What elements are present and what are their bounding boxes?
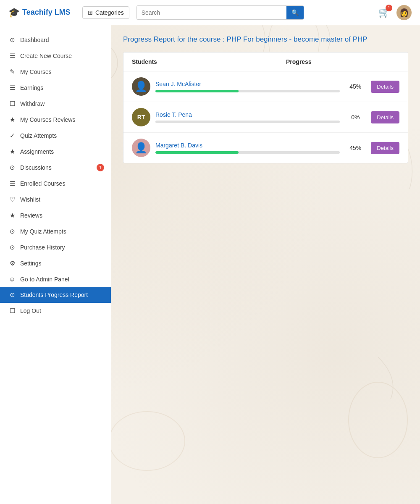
- logo-text: Teachify LMS: [22, 8, 71, 17]
- purchase-history-icon: ⊙: [8, 244, 16, 251]
- sidebar-label-students-progress-report: Students Progress Report: [20, 291, 88, 298]
- avatar[interactable]: 👩: [396, 5, 412, 20]
- sidebar-label-log-out: Log Out: [20, 307, 41, 314]
- sidebar-item-my-quiz-attempts[interactable]: ⊙ My Quiz Attempts: [0, 223, 111, 239]
- search-input[interactable]: [136, 6, 286, 19]
- sidebar-label-go-to-admin-panel: Go to Admin Panel: [20, 276, 69, 283]
- sidebar-label-my-quiz-attempts: My Quiz Attempts: [20, 228, 66, 235]
- table-row: 👤 Sean J. McAlister 45% Details: [123, 71, 408, 102]
- go-to-admin-panel-icon: ☺: [8, 276, 16, 283]
- main-layout: ⊙ Dashboard ☰ Create New Course ✎ My Cou…: [0, 25, 420, 504]
- settings-icon: ⚙: [8, 260, 16, 267]
- sidebar-item-dashboard[interactable]: ⊙ Dashboard: [0, 32, 111, 48]
- student-avatar: RT: [132, 108, 150, 126]
- student-avatar: 👤: [132, 77, 150, 96]
- col-progress-header: Progress: [286, 58, 362, 65]
- assignments-icon: ★: [8, 148, 16, 155]
- sidebar-item-quiz-attempts[interactable]: ✓ Quiz Attempts: [0, 128, 111, 144]
- student-info: Margaret B. Davis: [155, 142, 340, 154]
- sidebar-label-settings: Settings: [20, 260, 42, 267]
- progress-percent: 0%: [345, 114, 366, 121]
- sidebar-label-withdraw: Withdraw: [20, 100, 45, 107]
- student-name: Sean J. McAlister: [155, 81, 340, 87]
- my-courses-icon: ✎: [8, 68, 16, 76]
- progress-bar-bg: [155, 121, 340, 123]
- search-icon: 🔍: [291, 9, 299, 16]
- student-info: Sean J. McAlister: [155, 81, 340, 92]
- sidebar-item-purchase-history[interactable]: ⊙ Purchase History: [0, 239, 111, 255]
- sidebar-label-enrolled-courses: Enrolled Courses: [20, 180, 65, 187]
- student-avatar: 👤: [132, 139, 150, 157]
- my-courses-reviews-icon: ★: [8, 116, 16, 123]
- sidebar-label-create-new-course: Create New Course: [20, 52, 72, 59]
- sidebar-label-purchase-history: Purchase History: [20, 244, 65, 251]
- sidebar-item-go-to-admin-panel[interactable]: ☺ Go to Admin Panel: [0, 271, 111, 287]
- student-name: Margaret B. Davis: [155, 142, 340, 149]
- content: Progress Report for the course : PHP For…: [111, 25, 420, 504]
- students-progress-report-icon: ⊙: [8, 291, 16, 299]
- sidebar-label-assignments: Assignments: [20, 148, 54, 155]
- sidebar-item-create-new-course[interactable]: ☰ Create New Course: [0, 48, 111, 64]
- sidebar-item-my-courses-reviews[interactable]: ★ My Courses Reviews: [0, 112, 111, 128]
- cart-badge: 1: [386, 5, 392, 11]
- grid-icon: ⊞: [88, 9, 93, 16]
- progress-bar-bg: [155, 151, 340, 154]
- sidebar-item-assignments[interactable]: ★ Assignments: [0, 144, 111, 160]
- course-name: PHP For beginners - become master of PHP: [227, 35, 368, 43]
- details-button[interactable]: Details: [371, 111, 399, 123]
- progress-table: Students Progress 👤 Sean J. McAlister 45…: [123, 52, 408, 163]
- sidebar-item-wishlist[interactable]: ♡ Wishlist: [0, 192, 111, 207]
- sidebar-item-my-courses[interactable]: ✎ My Courses: [0, 64, 111, 80]
- sidebar-item-students-progress-report[interactable]: ⊙ Students Progress Report: [0, 287, 111, 303]
- search-button[interactable]: 🔍: [286, 6, 304, 19]
- badge-discussions: 1: [97, 164, 104, 171]
- sidebar-item-discussions[interactable]: ⊙ Discussions 1: [0, 160, 111, 176]
- my-quiz-attempts-icon: ⊙: [8, 228, 16, 235]
- sidebar-label-earnings: Earnings: [20, 84, 43, 91]
- sidebar-item-reviews[interactable]: ★ Reviews: [0, 207, 111, 223]
- sidebar-label-my-courses: My Courses: [20, 68, 52, 75]
- create-new-course-icon: ☰: [8, 52, 16, 60]
- logo-icon: 🎓: [8, 7, 20, 18]
- sidebar-label-dashboard: Dashboard: [20, 37, 49, 43]
- withdraw-icon: ☐: [8, 100, 16, 108]
- progress-bar-fill: [155, 90, 239, 92]
- page-title-prefix: Progress Report for the course :: [123, 35, 227, 43]
- wishlist-icon: ♡: [8, 196, 16, 203]
- sidebar-label-wishlist: Wishlist: [20, 196, 40, 203]
- table-row: 👤 Margaret B. Davis 45% Details: [123, 133, 408, 163]
- progress-bar-bg: [155, 90, 340, 92]
- enrolled-courses-icon: ☰: [8, 180, 16, 187]
- details-button[interactable]: Details: [371, 142, 399, 154]
- sidebar-label-my-courses-reviews: My Courses Reviews: [20, 116, 75, 123]
- sidebar-label-quiz-attempts: Quiz Attempts: [20, 132, 57, 139]
- sidebar-item-enrolled-courses[interactable]: ☰ Enrolled Courses: [0, 176, 111, 192]
- student-info: Rosie T. Pena: [155, 111, 340, 123]
- categories-button[interactable]: ⊞ Categories: [82, 6, 129, 19]
- quiz-attempts-icon: ✓: [8, 132, 16, 139]
- sidebar: ⊙ Dashboard ☰ Create New Course ✎ My Cou…: [0, 25, 111, 504]
- sidebar-item-earnings[interactable]: ☰ Earnings: [0, 80, 111, 96]
- page-title: Progress Report for the course : PHP For…: [123, 35, 408, 44]
- earnings-icon: ☰: [8, 84, 16, 92]
- header: 🎓 Teachify LMS ⊞ Categories 🔍 🛒 1 👩: [0, 0, 420, 25]
- sidebar-label-discussions: Discussions: [20, 164, 52, 171]
- col-students-header: Students: [132, 58, 286, 65]
- sidebar-label-reviews: Reviews: [20, 212, 42, 219]
- log-out-icon: ☐: [8, 307, 16, 315]
- progress-percent: 45%: [345, 144, 366, 151]
- table-row: RT Rosie T. Pena 0% Details: [123, 102, 408, 133]
- discussions-icon: ⊙: [8, 164, 16, 171]
- cart-icon-wrapper[interactable]: 🛒 1: [378, 7, 390, 18]
- details-button[interactable]: Details: [371, 81, 399, 93]
- progress-percent: 45%: [345, 83, 366, 90]
- sidebar-item-log-out[interactable]: ☐ Log Out: [0, 303, 111, 319]
- logo: 🎓 Teachify LMS: [8, 7, 76, 18]
- reviews-icon: ★: [8, 212, 16, 219]
- student-name: Rosie T. Pena: [155, 111, 340, 118]
- search-bar: 🔍: [136, 5, 304, 20]
- header-right: 🛒 1 👩: [378, 5, 412, 20]
- sidebar-item-settings[interactable]: ⚙ Settings: [0, 255, 111, 271]
- dashboard-icon: ⊙: [8, 36, 16, 44]
- sidebar-item-withdraw[interactable]: ☐ Withdraw: [0, 96, 111, 112]
